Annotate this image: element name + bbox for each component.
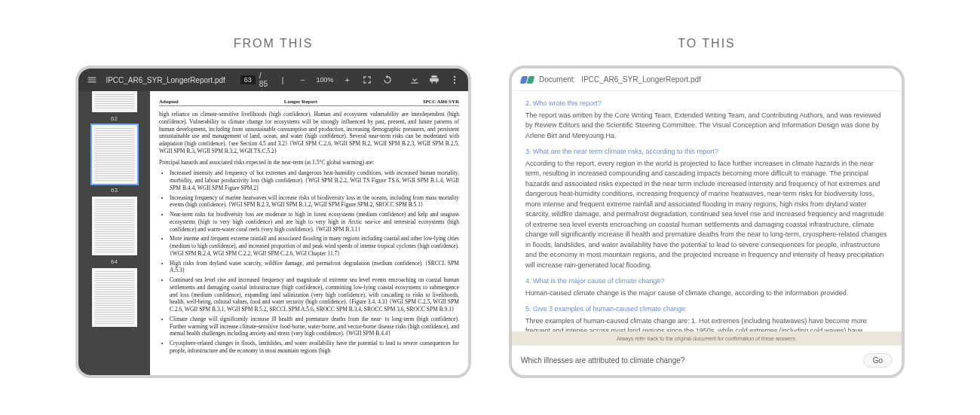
svg-point-2	[454, 82, 455, 84]
answer-text: Three examples of human-caused climate c…	[525, 316, 888, 332]
app-logo-icon	[521, 76, 533, 84]
doc-label: Document:	[539, 75, 575, 84]
hazard-item: High risks from dryland water scarcity, …	[170, 260, 459, 275]
pdf-tablet: IPCC_AR6_SYR_LongerReport.pdf 63 / 85 | …	[75, 66, 471, 378]
to-panel: TO THIS Document: IPCC_AR6_SYR_LongerRep…	[509, 37, 905, 378]
doc-filename: IPCC_AR6_SYR_LongerReport.pdf	[581, 75, 700, 84]
page-nav-group: 63 / 85	[240, 72, 269, 88]
qa-scroll-area[interactable]: 2. Who wrote this report?The report was …	[512, 91, 902, 331]
hazard-list: Increased intensity and frequency of hot…	[170, 169, 459, 354]
zoom-level[interactable]: 100%	[317, 76, 334, 84]
page-header-left: Adopted	[159, 99, 179, 105]
pdf-page-content[interactable]: Adopted Longer Report IPCC AR6 SYR high …	[150, 91, 468, 375]
thumbnail-label: 62	[111, 115, 118, 122]
zoom-out-button[interactable]: −	[296, 73, 308, 87]
pdf-toolbar: IPCC_AR6_SYR_LongerReport.pdf 63 / 85 | …	[78, 69, 468, 91]
divider: |	[277, 73, 289, 87]
rotate-icon[interactable]	[381, 73, 393, 87]
zoom-in-button[interactable]: +	[341, 73, 354, 87]
hazard-item: Climate change will significantly increa…	[170, 316, 459, 337]
hazard-item: Increased intensity and frequency of hot…	[170, 169, 459, 191]
page-total-label: / 85	[259, 72, 269, 88]
hazard-item: Continued sea level rise and increased f…	[170, 276, 459, 313]
page-thumbnail[interactable]	[92, 268, 137, 327]
answer-text: According to the report, every region in…	[525, 159, 888, 271]
page-intro: high reliance on climate-sensitive livel…	[159, 111, 459, 155]
thumbnail-label: 64	[111, 258, 118, 265]
page-number-input[interactable]: 63	[240, 75, 256, 84]
page-thumbnail[interactable]	[92, 125, 137, 184]
svg-point-0	[454, 76, 455, 78]
question-text: 3. What are the near term climate risks,…	[525, 147, 888, 157]
download-icon[interactable]	[409, 73, 421, 87]
to-title: TO THIS	[678, 37, 736, 50]
hazard-item: More intense and frequent extreme rainfa…	[170, 235, 459, 257]
question-text: 4. What is the major cause of climate ch…	[525, 276, 888, 287]
question-text: 5. Give 3 examples of human-caused clima…	[525, 304, 888, 315]
page-thumbnail[interactable]	[92, 91, 137, 112]
input-bar: Go	[512, 345, 902, 375]
hazard-item: Near-term risks for biodiversity loss ar…	[170, 211, 459, 233]
menu-icon[interactable]	[86, 73, 98, 87]
page-subheading: Principal hazards and associated risks e…	[159, 159, 459, 166]
thumbnail-strip[interactable]: 626364	[78, 91, 150, 375]
print-icon[interactable]	[428, 73, 440, 87]
answer-text: Human-caused climate change is the major…	[525, 288, 888, 299]
svg-point-1	[454, 79, 455, 81]
page-header-right: IPCC AR6 SYR	[423, 99, 459, 105]
fit-page-icon[interactable]	[361, 73, 373, 87]
question-input[interactable]	[521, 356, 856, 365]
more-icon[interactable]	[449, 73, 461, 87]
disclaimer-bar: Always refer back to the original docume…	[512, 331, 902, 345]
from-panel: FROM THIS IPCC_AR6_SYR_LongerReport.pdf …	[75, 37, 471, 378]
pdf-filename: IPCC_AR6_SYR_LongerReport.pdf	[106, 76, 225, 84]
ai-tablet: Document: IPCC_AR6_SYR_LongerReport.pdf …	[509, 66, 905, 378]
hazard-item: Increasing frequency of marine heatwaves…	[170, 194, 459, 209]
hazard-item: Cryosphere-related changes in floods, la…	[170, 340, 459, 355]
page-thumbnail[interactable]	[92, 197, 137, 255]
thumbnail-label: 63	[111, 187, 118, 194]
from-title: FROM THIS	[234, 37, 314, 50]
answer-text: The report was written by the Core Writi…	[525, 111, 888, 142]
page-header-center: Longer Report	[284, 99, 317, 105]
go-button[interactable]: Go	[863, 353, 893, 368]
ai-header: Document: IPCC_AR6_SYR_LongerReport.pdf	[512, 69, 902, 91]
question-text: 2. Who wrote this report?	[525, 99, 888, 109]
